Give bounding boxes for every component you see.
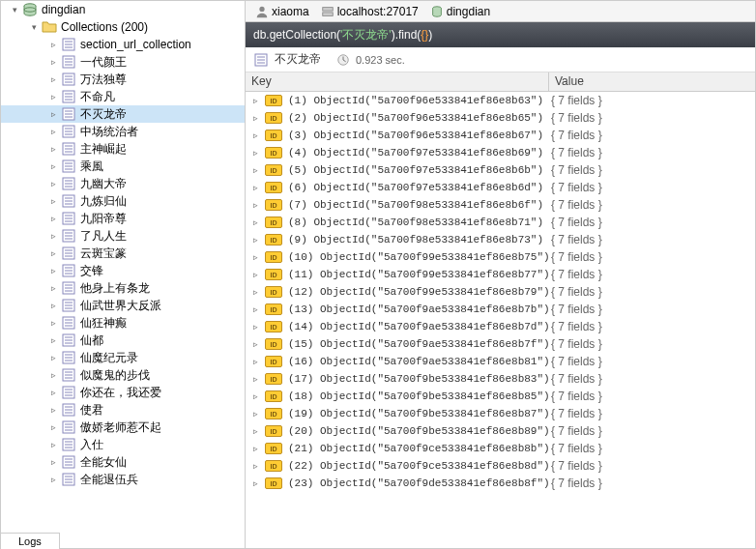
expander-icon[interactable]: ▹: [47, 352, 59, 363]
collection-item[interactable]: ▹云斑宝篆: [1, 245, 245, 262]
expander-icon[interactable]: ▹: [249, 373, 261, 385]
expander-icon[interactable]: ▹: [47, 247, 59, 259]
expander-icon[interactable]: ▹: [249, 443, 261, 454]
expander-icon[interactable]: ▹: [249, 460, 261, 472]
expander-icon[interactable]: ▹: [47, 56, 59, 68]
expander-icon[interactable]: ▹: [249, 321, 261, 332]
collection-item[interactable]: ▹不命凡: [1, 88, 245, 105]
collection-item[interactable]: ▹了凡人生: [1, 227, 245, 245]
expander-icon[interactable]: ▹: [249, 303, 261, 315]
collection-item[interactable]: ▹万法独尊: [1, 71, 245, 88]
collection-item[interactable]: ▹仙都: [1, 332, 245, 349]
expander-icon[interactable]: ▹: [47, 39, 59, 50]
data-row[interactable]: ▹ID(1) ObjectId("5a700f96e533841ef86e8b6…: [246, 92, 755, 109]
expander-icon[interactable]: ▹: [249, 425, 261, 437]
expander-icon[interactable]: ▹: [47, 73, 59, 85]
expander-icon[interactable]: ▹: [47, 230, 59, 242]
expander-icon[interactable]: ▹: [249, 356, 261, 367]
data-row[interactable]: ▹ID(10) ObjectId("5a700f99e533841ef86e8b…: [246, 248, 755, 266]
data-row[interactable]: ▹ID(19) ObjectId("5a700f9be533841ef86e8b…: [246, 405, 755, 422]
expander-icon[interactable]: ▹: [47, 108, 59, 120]
column-key[interactable]: Key: [246, 72, 549, 91]
data-row[interactable]: ▹ID(17) ObjectId("5a700f9be533841ef86e8b…: [246, 370, 755, 388]
data-row[interactable]: ▹ID(5) ObjectId("5a700f97e533841ef86e8b6…: [246, 161, 755, 179]
data-row[interactable]: ▹ID(16) ObjectId("5a700f9ae533841ef86e8b…: [246, 353, 755, 370]
collection-item[interactable]: ▹全能女仙: [1, 453, 245, 471]
data-row[interactable]: ▹ID(11) ObjectId("5a700f99e533841ef86e8b…: [246, 266, 755, 283]
logs-tab[interactable]: Logs: [1, 533, 60, 549]
expander-icon[interactable]: ▾: [9, 4, 20, 15]
expander-icon[interactable]: ▹: [47, 369, 59, 381]
data-row[interactable]: ▹ID(3) ObjectId("5a700f96e533841ef86e8b6…: [246, 127, 755, 144]
expander-icon[interactable]: ▹: [47, 456, 59, 468]
data-row[interactable]: ▹ID(18) ObjectId("5a700f9be533841ef86e8b…: [246, 388, 755, 405]
data-row[interactable]: ▹ID(7) ObjectId("5a700f98e533841ef86e8b6…: [246, 196, 755, 214]
db-node[interactable]: ▾ dingdian: [1, 1, 245, 18]
collection-item[interactable]: ▹你还在，我还爱: [1, 384, 245, 401]
expander-icon[interactable]: ▹: [249, 338, 261, 350]
collection-item[interactable]: ▹section_url_collection: [1, 36, 245, 53]
data-row[interactable]: ▹ID(22) ObjectId("5a700f9ce533841ef86e8b…: [246, 457, 755, 475]
collection-item[interactable]: ▹一代颜王: [1, 53, 245, 71]
expander-icon[interactable]: ▹: [47, 160, 59, 172]
collection-item[interactable]: ▹九幽大帝: [1, 175, 245, 192]
expander-icon[interactable]: ▹: [47, 300, 59, 311]
expander-icon[interactable]: ▹: [47, 404, 59, 416]
collection-item[interactable]: ▹他身上有条龙: [1, 279, 245, 297]
collection-item[interactable]: ▹入仕: [1, 436, 245, 453]
query-bar[interactable]: db.getCollection('不灭龙帝').find({}): [246, 22, 755, 47]
data-row[interactable]: ▹ID(9) ObjectId("5a700f98e533841ef86e8b7…: [246, 231, 755, 248]
data-body[interactable]: ▹ID(1) ObjectId("5a700f96e533841ef86e8b6…: [246, 92, 755, 548]
collection-item[interactable]: ▹仙狂神癫: [1, 314, 245, 332]
collection-item[interactable]: ▹乘風: [1, 158, 245, 175]
collection-item[interactable]: ▹九阳帝尊: [1, 210, 245, 227]
expander-icon[interactable]: ▹: [47, 439, 59, 450]
expander-icon[interactable]: ▹: [249, 477, 261, 489]
expander-icon[interactable]: ▹: [47, 282, 59, 294]
data-row[interactable]: ▹ID(6) ObjectId("5a700f97e533841ef86e8b6…: [246, 179, 755, 196]
collection-item[interactable]: ▹似魔鬼的步伐: [1, 366, 245, 384]
expander-icon[interactable]: ▹: [47, 317, 59, 329]
collection-item[interactable]: ▹仙武世界大反派: [1, 297, 245, 314]
expander-icon[interactable]: ▹: [249, 182, 261, 193]
expander-icon[interactable]: ▹: [249, 286, 261, 298]
collection-item[interactable]: ▹全能退伍兵: [1, 471, 245, 488]
collection-item[interactable]: ▹不灭龙帝: [1, 105, 245, 123]
expander-icon[interactable]: ▾: [28, 21, 40, 33]
expander-icon[interactable]: ▹: [47, 474, 59, 485]
expander-icon[interactable]: ▹: [249, 251, 261, 263]
expander-icon[interactable]: ▹: [47, 421, 59, 433]
expander-icon[interactable]: ▹: [47, 195, 59, 207]
expander-icon[interactable]: ▹: [47, 265, 59, 276]
expander-icon[interactable]: ▹: [47, 178, 59, 189]
data-row[interactable]: ▹ID(14) ObjectId("5a700f9ae533841ef86e8b…: [246, 318, 755, 335]
column-value[interactable]: Value: [549, 72, 755, 91]
expander-icon[interactable]: ▹: [249, 408, 261, 419]
expander-icon[interactable]: ▹: [47, 143, 59, 155]
data-row[interactable]: ▹ID(23) ObjectId("5a700f9de533841ef86e8b…: [246, 475, 755, 492]
data-row[interactable]: ▹ID(8) ObjectId("5a700f98e533841ef86e8b7…: [246, 214, 755, 231]
expander-icon[interactable]: ▹: [47, 387, 59, 398]
collection-item[interactable]: ▹中场统治者: [1, 123, 245, 140]
collection-item[interactable]: ▹仙魔纪元录: [1, 349, 245, 366]
collection-item[interactable]: ▹傲娇老师惹不起: [1, 419, 245, 436]
data-row[interactable]: ▹ID(2) ObjectId("5a700f96e533841ef86e8b6…: [246, 109, 755, 127]
expander-icon[interactable]: ▹: [249, 217, 261, 228]
data-row[interactable]: ▹ID(4) ObjectId("5a700f97e533841ef86e8b6…: [246, 144, 755, 161]
expander-icon[interactable]: ▹: [249, 164, 261, 176]
collections-node[interactable]: ▾ Collections (200): [1, 18, 245, 36]
collection-item[interactable]: ▹交锋: [1, 262, 245, 279]
data-row[interactable]: ▹ID(13) ObjectId("5a700f9ae533841ef86e8b…: [246, 301, 755, 318]
expander-icon[interactable]: ▹: [249, 147, 261, 159]
expander-icon[interactable]: ▹: [47, 334, 59, 346]
collection-item[interactable]: ▹九炼归仙: [1, 192, 245, 210]
expander-icon[interactable]: ▹: [249, 112, 261, 124]
data-row[interactable]: ▹ID(20) ObjectId("5a700f9be533841ef86e8b…: [246, 422, 755, 440]
expander-icon[interactable]: ▹: [249, 95, 261, 106]
collection-item[interactable]: ▹主神崛起: [1, 140, 245, 158]
data-row[interactable]: ▹ID(12) ObjectId("5a700f99e533841ef86e8b…: [246, 283, 755, 301]
expander-icon[interactable]: ▹: [249, 390, 261, 402]
expander-icon[interactable]: ▹: [249, 269, 261, 280]
expander-icon[interactable]: ▹: [249, 199, 261, 211]
data-row[interactable]: ▹ID(21) ObjectId("5a700f9ce533841ef86e8b…: [246, 440, 755, 457]
